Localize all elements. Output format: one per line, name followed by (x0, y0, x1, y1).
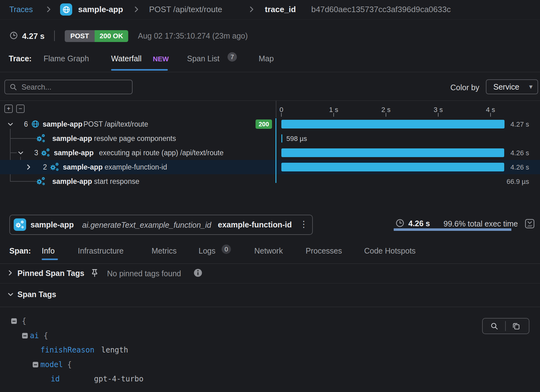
tab-waterfall[interactable]: Waterfall (111, 54, 142, 63)
span-service: sample-app (54, 149, 94, 157)
span-name: start response (94, 177, 139, 186)
copy-icon[interactable] (512, 322, 520, 330)
collapse-all-button[interactable]: − (16, 105, 25, 113)
tab-logs[interactable]: Logs (199, 246, 215, 255)
pinned-span-tags-title: Pinned Span Tags (17, 269, 84, 278)
tab-network[interactable]: Network (254, 246, 283, 255)
divider (0, 283, 540, 283)
span-service: sample-app (52, 134, 92, 143)
chevron-right-icon[interactable] (8, 270, 12, 276)
chevron-right-icon[interactable] (27, 164, 31, 170)
globe-icon (62, 6, 70, 14)
chevron-right-icon (250, 6, 254, 12)
collapse-panel-icon[interactable] (525, 219, 535, 229)
json-brace: { (22, 317, 26, 325)
collapse-node-button[interactable] (11, 318, 17, 324)
collapse-node-button[interactable] (22, 333, 28, 338)
exec-time-label: 99.6% total exec time (444, 219, 518, 228)
search-input[interactable] (21, 82, 128, 92)
kebab-menu-icon[interactable]: ⋮ (299, 219, 308, 229)
span-service: sample-app (43, 120, 82, 128)
chevron-right-icon (47, 6, 51, 12)
breadcrumb-traces-link[interactable]: Traces (9, 5, 33, 14)
span-name: POST /api/text/route (83, 120, 148, 128)
json-key-ai[interactable]: ai (30, 331, 39, 340)
span-row[interactable]: 6 sample-app POST /api/text/route 200 4.… (0, 117, 540, 131)
gears-icon (41, 148, 50, 157)
breadcrumb-trace-id-label: trace_id (265, 5, 296, 14)
chevron-down-icon[interactable] (8, 293, 13, 296)
child-count: 2 (43, 163, 47, 171)
span-row[interactable]: sample-app start response 66.9 µs (0, 174, 540, 189)
gears-icon (36, 134, 46, 143)
json-toolbar (482, 318, 529, 334)
span-operation: ai.generateText_example_function_id (82, 221, 211, 230)
color-by-select[interactable]: Service ▾ (486, 79, 538, 94)
child-count: 3 (34, 149, 38, 157)
axis-tick (490, 113, 491, 117)
span-row-selected[interactable]: 2 sample-app example-function-id 4.26 s (0, 160, 540, 174)
span-duration: 4.26 s (486, 149, 529, 157)
span-row[interactable]: 3 sample-app executing api route (app) /… (0, 146, 540, 160)
divider (0, 264, 540, 264)
logs-count-badge: 0 (222, 245, 231, 254)
span-bar[interactable] (281, 120, 505, 128)
span-row[interactable]: sample-app resolve page components 598 µ… (0, 131, 540, 146)
json-value-id[interactable]: gpt-4-turbo (94, 375, 143, 383)
gears-icon (50, 162, 59, 171)
color-by-value: Service (493, 82, 529, 91)
chevron-down-icon[interactable] (8, 123, 13, 126)
info-icon[interactable] (194, 268, 202, 277)
divider (0, 100, 540, 101)
span-bar[interactable] (281, 163, 504, 171)
caret-down-icon: ▾ (529, 83, 533, 91)
collapse-node-button[interactable] (33, 362, 38, 367)
breadcrumb-trace-id-value: b47d60aec135737cc3af396d9ca0633c (311, 5, 451, 14)
span-service: sample-app (52, 177, 92, 186)
span-bar[interactable] (281, 148, 504, 157)
axis-tick (333, 113, 334, 117)
json-value-finish-reason[interactable]: length (101, 346, 128, 354)
service-chip (60, 3, 72, 16)
tab-processes[interactable]: Processes (306, 246, 342, 255)
json-key-finish-reason[interactable]: finishReason (40, 346, 94, 354)
divider (0, 307, 540, 307)
exec-time-bar (394, 228, 511, 231)
chevron-down-icon[interactable] (18, 151, 23, 155)
divider (505, 321, 506, 331)
method-badge: POST (65, 30, 95, 42)
breadcrumb-service[interactable]: sample-app (78, 5, 123, 14)
tab-infrastructure[interactable]: Infrastructure (78, 246, 124, 255)
active-tab-underline (111, 69, 168, 71)
pinned-span-tags-row[interactable]: Pinned Span Tags No pinned tags found (0, 265, 540, 282)
active-tab-underline (42, 259, 58, 260)
gears-icon (15, 220, 25, 229)
trace-page: Traces sample-app POST /api/text/route t… (0, 0, 540, 392)
divider (0, 19, 540, 20)
waterfall-search[interactable] (4, 80, 133, 94)
tab-map[interactable]: Map (259, 54, 274, 63)
trace-tabs-label: Trace: (9, 54, 32, 63)
tab-span-list[interactable]: Span List (187, 54, 219, 63)
tab-metrics[interactable]: Metrics (152, 246, 177, 255)
clock-icon (9, 31, 18, 40)
span-bar[interactable] (281, 134, 282, 142)
span-duration: 598 µs (286, 135, 307, 143)
breadcrumb-resource[interactable]: POST /api/text/route (149, 5, 222, 14)
pin-icon (91, 268, 98, 277)
span-service: sample-app (63, 163, 103, 171)
trace-timestamp: Aug 02 17:35:10.274 (23m ago) (138, 31, 248, 40)
trace-start-line (275, 118, 276, 183)
span-name: example-function-id (105, 163, 167, 171)
tab-code-hotspots[interactable]: Code Hotspots (364, 246, 416, 255)
span-name: resolve page components (94, 134, 176, 143)
expand-all-button[interactable]: + (4, 105, 13, 113)
span-tags-header[interactable]: Span Tags (0, 285, 540, 306)
search-icon[interactable] (490, 322, 498, 330)
span-name: executing api route (app) /api/text/rout… (99, 149, 223, 157)
axis-tick (438, 113, 439, 117)
tab-flame-graph[interactable]: Flame Graph (44, 54, 89, 63)
json-key-id[interactable]: id (51, 375, 60, 383)
tab-info[interactable]: Info (42, 246, 55, 255)
json-key-model[interactable]: model (40, 360, 63, 369)
